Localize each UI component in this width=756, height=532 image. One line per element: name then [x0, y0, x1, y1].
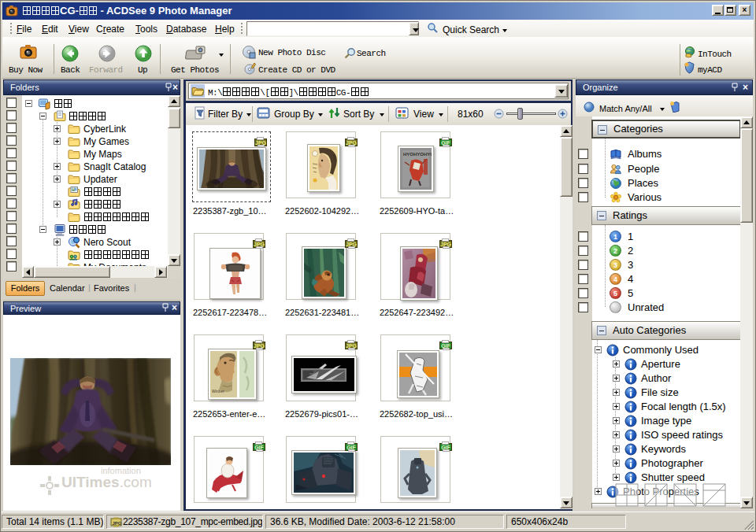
svg-text:HYOHYOHYO: HYOHYOHYO	[403, 152, 432, 157]
svg-text:JPG: JPG	[113, 521, 122, 526]
svg-text:Winber: Winber	[212, 389, 224, 393]
